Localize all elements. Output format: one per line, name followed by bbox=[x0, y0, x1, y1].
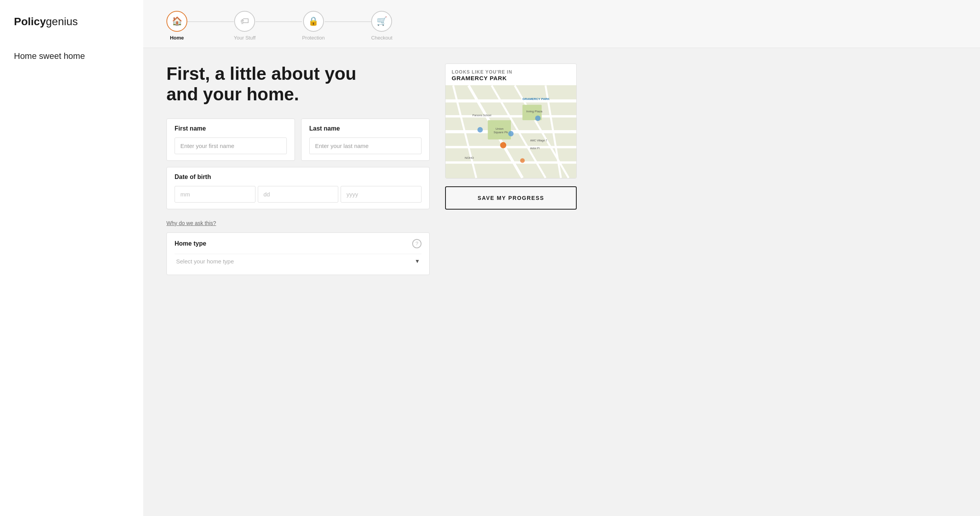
step-home-label: Home bbox=[170, 35, 184, 41]
home-type-help-icon[interactable]: ? bbox=[412, 239, 421, 248]
step-checkout[interactable]: 🛒 Checkout bbox=[371, 11, 392, 48]
sidebar-tagline: Home sweet home bbox=[14, 51, 129, 61]
svg-text:AMC Village 7: AMC Village 7 bbox=[530, 139, 547, 142]
step-connector-2 bbox=[255, 21, 302, 22]
first-name-input[interactable] bbox=[175, 138, 287, 154]
step-protection[interactable]: 🔒 Protection bbox=[302, 11, 325, 48]
logo-bold: Policy bbox=[14, 15, 46, 28]
dob-label: Date of birth bbox=[175, 174, 421, 181]
step-your-stuff-label: Your Stuff bbox=[234, 35, 255, 41]
first-name-group: First name bbox=[166, 119, 295, 161]
map-area: Union Square Pk Irving Plaza Parsons Sch… bbox=[445, 85, 576, 178]
svg-text:GRAMERCY PARK: GRAMERCY PARK bbox=[523, 97, 550, 101]
step-protection-label: Protection bbox=[302, 35, 325, 41]
form-section: First, a little about you and your home.… bbox=[166, 64, 430, 501]
svg-text:Square Pk: Square Pk bbox=[493, 131, 508, 134]
steps-bar: 🏠 Home 🏷 Your Stuff 🔒 Protection 🛒 Check… bbox=[143, 0, 980, 48]
home-type-label: Home type bbox=[175, 240, 206, 247]
dob-month-input[interactable] bbox=[175, 186, 255, 203]
map-card: LOOKS LIKE YOU'RE IN GRAMERCY PARK bbox=[445, 64, 577, 179]
home-type-group: Home type ? Select your home type ▼ bbox=[166, 232, 430, 275]
step-checkout-circle: 🛒 bbox=[371, 11, 392, 32]
name-row: First name Last name bbox=[166, 119, 430, 161]
step-connector-1 bbox=[187, 21, 234, 22]
dob-row-wrapper: Date of birth bbox=[166, 167, 430, 209]
right-panel: LOOKS LIKE YOU'RE IN GRAMERCY PARK bbox=[445, 64, 577, 501]
svg-point-16 bbox=[500, 142, 506, 148]
svg-point-17 bbox=[520, 158, 525, 163]
last-name-group: Last name bbox=[301, 119, 430, 161]
step-your-stuff[interactable]: 🏷 Your Stuff bbox=[234, 11, 255, 48]
svg-text:Parsons School: Parsons School bbox=[473, 114, 492, 117]
svg-text:Astor Pl: Astor Pl bbox=[530, 147, 540, 150]
last-name-input[interactable] bbox=[309, 138, 421, 154]
step-connector-3 bbox=[325, 21, 371, 22]
step-your-stuff-circle: 🏷 bbox=[234, 11, 255, 32]
svg-text:Union: Union bbox=[495, 127, 504, 131]
dob-day-input[interactable] bbox=[258, 186, 339, 203]
svg-point-14 bbox=[508, 131, 514, 136]
step-home[interactable]: 🏠 Home bbox=[166, 11, 187, 48]
map-location-prefix: LOOKS LIKE YOU'RE IN GRAMERCY PARK bbox=[445, 64, 576, 85]
svg-text:NOHO: NOHO bbox=[465, 156, 474, 160]
home-type-select[interactable]: Select your home type ▼ bbox=[175, 254, 421, 268]
map-location-name: GRAMERCY PARK bbox=[452, 75, 507, 81]
map-svg: Union Square Pk Irving Plaza Parsons Sch… bbox=[445, 85, 576, 178]
dob-year-input[interactable] bbox=[341, 186, 421, 203]
progress-steps: 🏠 Home 🏷 Your Stuff 🔒 Protection 🛒 Check… bbox=[166, 11, 392, 48]
svg-text:Irving Plaza: Irving Plaza bbox=[526, 110, 543, 113]
svg-point-13 bbox=[478, 127, 483, 132]
content-area: First, a little about you and your home.… bbox=[143, 48, 980, 516]
dob-group: Date of birth bbox=[166, 167, 430, 209]
page-heading-line2: and your home. bbox=[166, 84, 299, 104]
save-my-progress-button[interactable]: SAVE MY PROGRESS bbox=[445, 186, 577, 210]
dropdown-arrow-icon: ▼ bbox=[415, 258, 420, 264]
logo-regular: genius bbox=[46, 15, 78, 28]
main-content: 🏠 Home 🏷 Your Stuff 🔒 Protection 🛒 Check… bbox=[143, 0, 980, 516]
step-protection-circle: 🔒 bbox=[303, 11, 324, 32]
why-ask-link[interactable]: Why do we ask this? bbox=[166, 220, 216, 226]
last-name-label: Last name bbox=[309, 125, 421, 132]
page-heading-line1: First, a little about you bbox=[166, 64, 356, 84]
page-heading: First, a little about you and your home. bbox=[166, 64, 430, 105]
dob-inputs bbox=[175, 186, 421, 203]
sidebar: Policygenius Home sweet home bbox=[0, 0, 143, 516]
home-type-header: Home type ? bbox=[175, 239, 421, 248]
home-type-placeholder: Select your home type bbox=[176, 258, 234, 265]
step-home-circle: 🏠 bbox=[166, 11, 187, 32]
step-checkout-label: Checkout bbox=[371, 35, 392, 41]
svg-point-15 bbox=[535, 115, 541, 121]
first-name-label: First name bbox=[175, 125, 287, 132]
logo: Policygenius bbox=[14, 15, 129, 28]
